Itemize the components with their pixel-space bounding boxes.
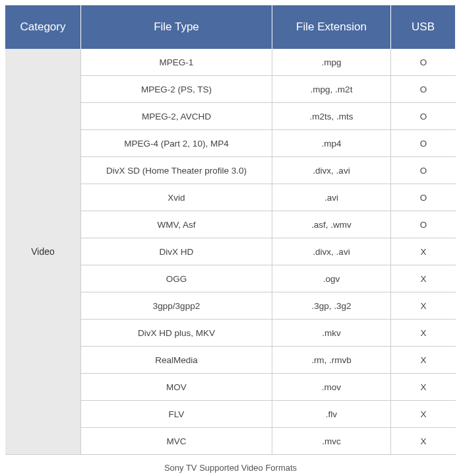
table-row: O <box>391 103 456 130</box>
table-row: RealMedia <box>81 347 272 374</box>
table-row: O <box>391 211 456 238</box>
header-usb: USB <box>391 5 456 49</box>
table-row: MPEG-1 <box>81 49 272 76</box>
table-row: .divx, .avi <box>272 157 391 184</box>
table-row: .mov <box>272 374 391 401</box>
table-row: .flv <box>272 401 391 428</box>
table-row: X <box>391 320 456 347</box>
table-row: 3gpp/3gpp2 <box>81 292 272 320</box>
table-row: DivX HD plus, MKV <box>81 320 272 347</box>
header-extension: File Extension <box>272 5 391 49</box>
table-row: .mp4 <box>272 130 391 157</box>
table-row: .mpg, .m2t <box>272 76 391 103</box>
table-row: X <box>391 374 456 401</box>
table-row: O <box>391 76 456 103</box>
table-row: X <box>391 292 456 320</box>
table-row: .mkv <box>272 320 391 347</box>
table-row: X <box>391 401 456 428</box>
table-row: .mvc <box>272 428 391 455</box>
header-filetype: File Type <box>81 5 272 49</box>
category-cell: Video <box>5 49 81 455</box>
table-row: .ogv <box>272 265 391 292</box>
table-row: .avi <box>272 184 391 211</box>
table-row: FLV <box>81 401 272 428</box>
table-row: Xvid <box>81 184 272 211</box>
table-row: .mpg <box>272 49 391 76</box>
table-row: MOV <box>81 374 272 401</box>
table-row: X <box>391 238 456 265</box>
table-row: MPEG-2, AVCHD <box>81 103 272 130</box>
table-row: .3gp, .3g2 <box>272 292 391 320</box>
table-row: O <box>391 49 456 76</box>
table-row: .asf, .wmv <box>272 211 391 238</box>
table-row: .rm, .rmvb <box>272 347 391 374</box>
table-row: MVC <box>81 428 272 455</box>
table-row: O <box>391 157 456 184</box>
table-row: .divx, .avi <box>272 238 391 265</box>
table-row: DivX HD <box>81 238 272 265</box>
table-row: X <box>391 265 456 292</box>
table-row: OGG <box>81 265 272 292</box>
formats-table: Category File Type File Extension USB Vi… <box>5 5 456 455</box>
table-row: MPEG-4 (Part 2, 10), MP4 <box>81 130 272 157</box>
table-row: O <box>391 184 456 211</box>
table-row: X <box>391 347 456 374</box>
table-row: DivX SD (Home Theater profile 3.0) <box>81 157 272 184</box>
table-caption: Sony TV Supported Video Formats <box>5 463 456 473</box>
table-row: O <box>391 130 456 157</box>
table-row: .m2ts, .mts <box>272 103 391 130</box>
table-row: MPEG-2 (PS, TS) <box>81 76 272 103</box>
header-category: Category <box>5 5 81 49</box>
table-row: X <box>391 428 456 455</box>
table-row: WMV, Asf <box>81 211 272 238</box>
